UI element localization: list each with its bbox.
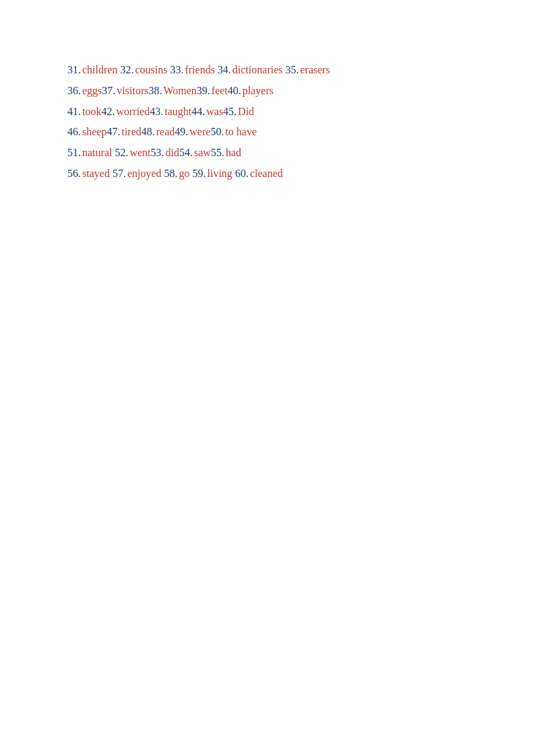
num-39: 39.: [197, 85, 210, 96]
word-0: eggs: [82, 85, 102, 96]
num-51: 51.: [67, 147, 81, 158]
word-2: friends: [185, 64, 217, 75]
word-0: took: [82, 106, 101, 117]
num-60: 60.: [235, 168, 249, 179]
word-list: 31.children 32.cousins 33.friends 34.dic…: [67, 61, 495, 184]
word-0: natural: [82, 147, 115, 158]
word-1: tired: [121, 126, 141, 137]
num-54: 54.: [179, 147, 193, 158]
word-line-4: 46.sheep47.tired48.read49.were50.to have: [67, 123, 495, 142]
num-50: 50.: [210, 126, 224, 137]
word-line-2: 36.eggs37.visitors38.Women39.feet40.play…: [67, 81, 495, 101]
word-3: was: [206, 106, 223, 117]
word-1: worried: [116, 106, 150, 117]
word-2: go: [179, 168, 193, 179]
word-1: enjoyed: [127, 168, 164, 179]
word-line-3: 41.took42.worried43.taught44.was45.Did: [67, 102, 495, 122]
word-1: cousins: [135, 64, 170, 75]
word-line-5: 51.natural 52.went53.did54.saw55.had: [67, 143, 495, 163]
word-line-1: 31.children 32.cousins 33.friends 34.dic…: [67, 61, 495, 80]
word-2: Women: [163, 85, 196, 96]
num-53: 53.: [151, 147, 164, 158]
word-4: to have: [225, 126, 257, 137]
num-59: 59.: [193, 168, 206, 179]
num-35: 35.: [286, 64, 299, 75]
word-1: went: [129, 147, 150, 158]
num-49: 49.: [175, 126, 188, 137]
word-3: were: [189, 126, 210, 137]
word-4: Did: [238, 106, 254, 117]
main-content: 31.children 32.cousins 33.friends 34.dic…: [0, 0, 535, 226]
word-0: stayed: [82, 168, 113, 179]
num-33: 33.: [170, 64, 183, 75]
word-4: cleaned: [250, 168, 283, 179]
num-56: 56.: [67, 168, 81, 179]
num-57: 57.: [113, 168, 126, 179]
word-3: feet: [212, 85, 228, 96]
num-40: 40.: [228, 85, 241, 96]
num-48: 48.: [141, 126, 155, 137]
word-0: sheep: [82, 126, 106, 137]
word-1: visitors: [117, 85, 148, 96]
num-38: 38.: [148, 85, 162, 96]
word-3: saw: [194, 147, 211, 158]
word-2: did: [166, 147, 179, 158]
word-2: read: [156, 126, 175, 137]
word-line-6: 56.stayed 57.enjoyed 58.go 59.living 60.…: [67, 164, 495, 184]
num-43: 43.: [150, 106, 163, 117]
num-52: 52.: [115, 147, 128, 158]
word-4: players: [243, 85, 274, 96]
num-37: 37.: [102, 85, 115, 96]
word-3: living: [208, 168, 235, 179]
num-55: 55.: [211, 147, 224, 158]
num-58: 58.: [164, 168, 178, 179]
num-47: 47.: [106, 126, 120, 137]
num-31: 31.: [67, 64, 81, 75]
num-41: 41.: [67, 106, 81, 117]
num-42: 42.: [101, 106, 115, 117]
num-32: 32.: [120, 64, 133, 75]
word-0: children: [82, 64, 120, 75]
num-36: 36.: [67, 85, 81, 96]
num-45: 45.: [223, 106, 237, 117]
word-2: taught: [164, 106, 191, 117]
num-46: 46.: [67, 126, 81, 137]
num-34: 34.: [218, 64, 231, 75]
num-44: 44.: [191, 106, 205, 117]
word-4: had: [226, 147, 241, 158]
word-3: dictionaries: [232, 64, 286, 75]
word-4: erasers: [301, 64, 330, 75]
